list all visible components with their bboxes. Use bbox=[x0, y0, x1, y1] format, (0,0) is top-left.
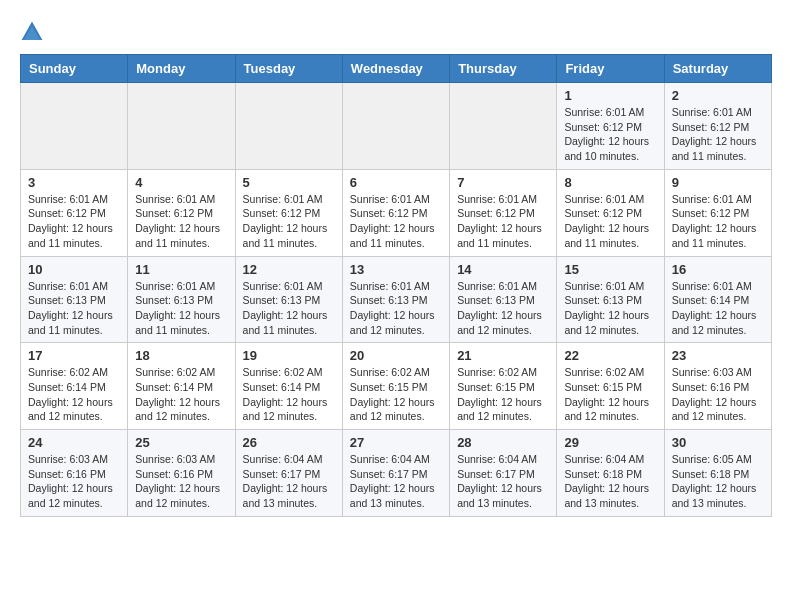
calendar-cell: 10Sunrise: 6:01 AM Sunset: 6:13 PM Dayli… bbox=[21, 256, 128, 343]
calendar-cell: 5Sunrise: 6:01 AM Sunset: 6:12 PM Daylig… bbox=[235, 169, 342, 256]
day-info: Sunrise: 6:01 AM Sunset: 6:13 PM Dayligh… bbox=[564, 279, 656, 338]
day-number: 2 bbox=[672, 88, 764, 103]
day-number: 22 bbox=[564, 348, 656, 363]
calendar-cell: 8Sunrise: 6:01 AM Sunset: 6:12 PM Daylig… bbox=[557, 169, 664, 256]
calendar-cell: 6Sunrise: 6:01 AM Sunset: 6:12 PM Daylig… bbox=[342, 169, 449, 256]
day-info: Sunrise: 6:01 AM Sunset: 6:12 PM Dayligh… bbox=[672, 192, 764, 251]
calendar-cell: 11Sunrise: 6:01 AM Sunset: 6:13 PM Dayli… bbox=[128, 256, 235, 343]
day-header-friday: Friday bbox=[557, 55, 664, 83]
calendar-cell bbox=[128, 83, 235, 170]
day-info: Sunrise: 6:01 AM Sunset: 6:12 PM Dayligh… bbox=[135, 192, 227, 251]
calendar-cell bbox=[235, 83, 342, 170]
day-number: 4 bbox=[135, 175, 227, 190]
calendar-cell: 22Sunrise: 6:02 AM Sunset: 6:15 PM Dayli… bbox=[557, 343, 664, 430]
day-info: Sunrise: 6:01 AM Sunset: 6:12 PM Dayligh… bbox=[564, 105, 656, 164]
calendar-cell: 13Sunrise: 6:01 AM Sunset: 6:13 PM Dayli… bbox=[342, 256, 449, 343]
day-info: Sunrise: 6:02 AM Sunset: 6:14 PM Dayligh… bbox=[243, 365, 335, 424]
day-info: Sunrise: 6:02 AM Sunset: 6:14 PM Dayligh… bbox=[135, 365, 227, 424]
day-info: Sunrise: 6:03 AM Sunset: 6:16 PM Dayligh… bbox=[135, 452, 227, 511]
calendar-cell: 21Sunrise: 6:02 AM Sunset: 6:15 PM Dayli… bbox=[450, 343, 557, 430]
day-info: Sunrise: 6:04 AM Sunset: 6:17 PM Dayligh… bbox=[350, 452, 442, 511]
day-info: Sunrise: 6:01 AM Sunset: 6:12 PM Dayligh… bbox=[350, 192, 442, 251]
day-number: 3 bbox=[28, 175, 120, 190]
calendar-cell: 19Sunrise: 6:02 AM Sunset: 6:14 PM Dayli… bbox=[235, 343, 342, 430]
calendar-cell: 7Sunrise: 6:01 AM Sunset: 6:12 PM Daylig… bbox=[450, 169, 557, 256]
day-number: 7 bbox=[457, 175, 549, 190]
day-info: Sunrise: 6:04 AM Sunset: 6:17 PM Dayligh… bbox=[457, 452, 549, 511]
calendar-cell: 2Sunrise: 6:01 AM Sunset: 6:12 PM Daylig… bbox=[664, 83, 771, 170]
calendar-cell: 1Sunrise: 6:01 AM Sunset: 6:12 PM Daylig… bbox=[557, 83, 664, 170]
page-header bbox=[20, 20, 772, 44]
calendar-cell: 29Sunrise: 6:04 AM Sunset: 6:18 PM Dayli… bbox=[557, 430, 664, 517]
calendar-cell: 20Sunrise: 6:02 AM Sunset: 6:15 PM Dayli… bbox=[342, 343, 449, 430]
day-info: Sunrise: 6:04 AM Sunset: 6:18 PM Dayligh… bbox=[564, 452, 656, 511]
day-info: Sunrise: 6:01 AM Sunset: 6:13 PM Dayligh… bbox=[135, 279, 227, 338]
day-number: 24 bbox=[28, 435, 120, 450]
calendar-cell: 28Sunrise: 6:04 AM Sunset: 6:17 PM Dayli… bbox=[450, 430, 557, 517]
day-number: 10 bbox=[28, 262, 120, 277]
day-number: 11 bbox=[135, 262, 227, 277]
day-number: 12 bbox=[243, 262, 335, 277]
day-number: 15 bbox=[564, 262, 656, 277]
day-number: 26 bbox=[243, 435, 335, 450]
logo bbox=[20, 20, 48, 44]
day-header-monday: Monday bbox=[128, 55, 235, 83]
calendar-cell: 12Sunrise: 6:01 AM Sunset: 6:13 PM Dayli… bbox=[235, 256, 342, 343]
day-info: Sunrise: 6:01 AM Sunset: 6:12 PM Dayligh… bbox=[457, 192, 549, 251]
calendar-cell: 3Sunrise: 6:01 AM Sunset: 6:12 PM Daylig… bbox=[21, 169, 128, 256]
day-header-tuesday: Tuesday bbox=[235, 55, 342, 83]
calendar-cell: 26Sunrise: 6:04 AM Sunset: 6:17 PM Dayli… bbox=[235, 430, 342, 517]
day-number: 1 bbox=[564, 88, 656, 103]
day-info: Sunrise: 6:04 AM Sunset: 6:17 PM Dayligh… bbox=[243, 452, 335, 511]
calendar-cell: 18Sunrise: 6:02 AM Sunset: 6:14 PM Dayli… bbox=[128, 343, 235, 430]
day-info: Sunrise: 6:03 AM Sunset: 6:16 PM Dayligh… bbox=[672, 365, 764, 424]
day-number: 8 bbox=[564, 175, 656, 190]
day-number: 19 bbox=[243, 348, 335, 363]
day-number: 29 bbox=[564, 435, 656, 450]
calendar-cell: 14Sunrise: 6:01 AM Sunset: 6:13 PM Dayli… bbox=[450, 256, 557, 343]
calendar-cell: 9Sunrise: 6:01 AM Sunset: 6:12 PM Daylig… bbox=[664, 169, 771, 256]
calendar-cell: 27Sunrise: 6:04 AM Sunset: 6:17 PM Dayli… bbox=[342, 430, 449, 517]
day-info: Sunrise: 6:01 AM Sunset: 6:14 PM Dayligh… bbox=[672, 279, 764, 338]
day-number: 17 bbox=[28, 348, 120, 363]
day-info: Sunrise: 6:05 AM Sunset: 6:18 PM Dayligh… bbox=[672, 452, 764, 511]
calendar-cell: 16Sunrise: 6:01 AM Sunset: 6:14 PM Dayli… bbox=[664, 256, 771, 343]
calendar-week-5: 24Sunrise: 6:03 AM Sunset: 6:16 PM Dayli… bbox=[21, 430, 772, 517]
day-header-thursday: Thursday bbox=[450, 55, 557, 83]
day-info: Sunrise: 6:01 AM Sunset: 6:13 PM Dayligh… bbox=[350, 279, 442, 338]
calendar-cell: 24Sunrise: 6:03 AM Sunset: 6:16 PM Dayli… bbox=[21, 430, 128, 517]
calendar-week-2: 3Sunrise: 6:01 AM Sunset: 6:12 PM Daylig… bbox=[21, 169, 772, 256]
day-info: Sunrise: 6:02 AM Sunset: 6:15 PM Dayligh… bbox=[350, 365, 442, 424]
calendar-cell bbox=[450, 83, 557, 170]
day-header-sunday: Sunday bbox=[21, 55, 128, 83]
day-info: Sunrise: 6:02 AM Sunset: 6:15 PM Dayligh… bbox=[457, 365, 549, 424]
day-number: 28 bbox=[457, 435, 549, 450]
day-info: Sunrise: 6:01 AM Sunset: 6:13 PM Dayligh… bbox=[457, 279, 549, 338]
calendar-week-3: 10Sunrise: 6:01 AM Sunset: 6:13 PM Dayli… bbox=[21, 256, 772, 343]
day-number: 21 bbox=[457, 348, 549, 363]
day-number: 14 bbox=[457, 262, 549, 277]
day-number: 18 bbox=[135, 348, 227, 363]
day-number: 6 bbox=[350, 175, 442, 190]
day-number: 16 bbox=[672, 262, 764, 277]
calendar-cell bbox=[342, 83, 449, 170]
calendar-cell: 15Sunrise: 6:01 AM Sunset: 6:13 PM Dayli… bbox=[557, 256, 664, 343]
day-number: 23 bbox=[672, 348, 764, 363]
calendar-cell: 30Sunrise: 6:05 AM Sunset: 6:18 PM Dayli… bbox=[664, 430, 771, 517]
day-info: Sunrise: 6:03 AM Sunset: 6:16 PM Dayligh… bbox=[28, 452, 120, 511]
day-info: Sunrise: 6:01 AM Sunset: 6:12 PM Dayligh… bbox=[28, 192, 120, 251]
day-info: Sunrise: 6:01 AM Sunset: 6:12 PM Dayligh… bbox=[672, 105, 764, 164]
calendar-cell: 23Sunrise: 6:03 AM Sunset: 6:16 PM Dayli… bbox=[664, 343, 771, 430]
day-header-saturday: Saturday bbox=[664, 55, 771, 83]
calendar: SundayMondayTuesdayWednesdayThursdayFrid… bbox=[20, 54, 772, 517]
calendar-cell bbox=[21, 83, 128, 170]
day-number: 20 bbox=[350, 348, 442, 363]
day-info: Sunrise: 6:01 AM Sunset: 6:12 PM Dayligh… bbox=[564, 192, 656, 251]
day-number: 27 bbox=[350, 435, 442, 450]
day-number: 9 bbox=[672, 175, 764, 190]
day-number: 25 bbox=[135, 435, 227, 450]
day-number: 5 bbox=[243, 175, 335, 190]
calendar-week-1: 1Sunrise: 6:01 AM Sunset: 6:12 PM Daylig… bbox=[21, 83, 772, 170]
calendar-cell: 17Sunrise: 6:02 AM Sunset: 6:14 PM Dayli… bbox=[21, 343, 128, 430]
calendar-week-4: 17Sunrise: 6:02 AM Sunset: 6:14 PM Dayli… bbox=[21, 343, 772, 430]
